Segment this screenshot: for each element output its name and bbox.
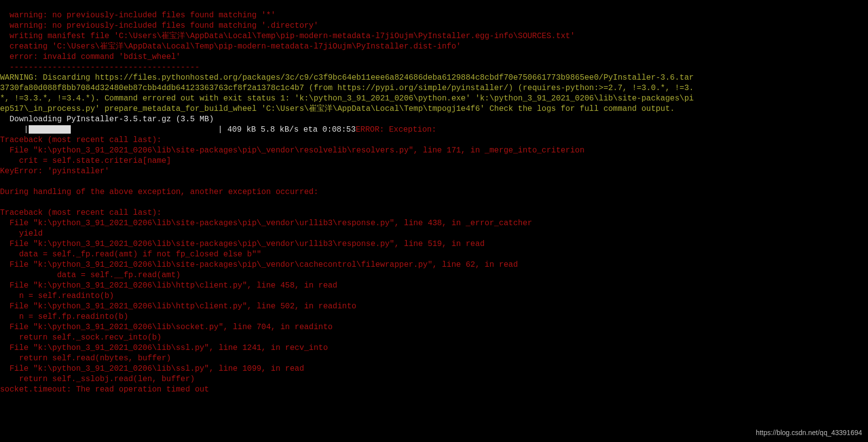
traceback-file: File "k:\python_3_91_2021_0206\lib\site-…: [0, 146, 584, 155]
progress-indent: [0, 125, 24, 134]
blank-line: [0, 198, 5, 207]
progress-row: | | 409 kB 5.8 kB/s eta 0:08:53ERROR: Ex…: [0, 125, 436, 134]
pip-warning-line: 3730fa80d088f8bb7084d32480eb87cbb4ddb641…: [0, 84, 694, 93]
progress-bar-filled: [62, 125, 71, 134]
terminal-output[interactable]: warning: no previously-included files fo…: [0, 0, 868, 395]
pip-warning-line: *, !=3.3.*, !=3.4.*). Command errored ou…: [0, 94, 694, 103]
traceback-header: Traceback (most recent call last):: [0, 136, 161, 145]
traceback-header: Traceback (most recent call last):: [0, 208, 161, 217]
blank-line: [0, 177, 5, 186]
key-error: KeyError: 'pyinstaller': [0, 167, 109, 176]
progress-pipe: |: [218, 125, 223, 134]
traceback-code: data = self._fp.read(amt) if not fp_clos…: [0, 250, 261, 259]
progress-remaining: [71, 125, 218, 134]
traceback-code: return self._sslobj.read(len, buffer): [0, 375, 195, 384]
traceback-file: File "k:\python_3_91_2021_0206\lib\site-…: [0, 260, 518, 269]
traceback-file: File "k:\python_3_91_2021_0206\lib\site-…: [0, 240, 484, 248]
traceback-code: n = self.fp.readinto(b): [0, 312, 128, 321]
build-warning-line: warning: no previously-included files fo…: [0, 11, 276, 20]
traceback-code: yield: [0, 229, 43, 238]
watermark-text: https://blog.csdn.net/qq_43391694: [756, 428, 862, 438]
traceback-code: return self._sock.recv_into(b): [0, 333, 161, 342]
traceback-code: crit = self.state.criteria[name]: [0, 156, 171, 165]
progress-bar-filled: [54, 125, 62, 134]
traceback-file: File "k:\python_3_91_2021_0206\lib\site-…: [0, 219, 532, 228]
build-creating-line: creating 'C:\Users\崔宝洋\AppData\Local\Tem…: [0, 42, 461, 51]
traceback-code: data = self.__fp.read(amt): [0, 271, 181, 280]
error-label: ERROR: Exception:: [356, 125, 436, 134]
download-stats: 409 kB 5.8 kB/s eta 0:08:53: [223, 125, 356, 134]
progress-bar-filled: [46, 125, 54, 134]
traceback-file: File "k:\python_3_91_2021_0206\lib\http\…: [0, 302, 356, 311]
during-handling: During handling of the above exception, …: [0, 188, 318, 196]
pip-warning-line: WARNING: Discarding https://files.python…: [0, 73, 694, 82]
traceback-code: n = self.readinto(b): [0, 292, 114, 300]
build-error-line: error: invalid command 'bdist_wheel': [0, 52, 181, 61]
progress-bar-filled: [29, 125, 37, 134]
build-separator: ----------------------------------------: [0, 63, 199, 72]
traceback-file: File "k:\python_3_91_2021_0206\lib\ssl.p…: [0, 364, 304, 373]
build-manifest-line: writing manifest file 'C:\Users\崔宝洋\AppD…: [0, 32, 575, 41]
socket-timeout: socket.timeout: The read operation timed…: [0, 385, 209, 394]
traceback-file: File "k:\python_3_91_2021_0206\lib\http\…: [0, 281, 338, 290]
download-status: Downloading PyInstaller-3.5.tar.gz (3.5 …: [0, 115, 214, 124]
traceback-file: File "k:\python_3_91_2021_0206\lib\socke…: [0, 323, 333, 332]
build-warning-line: warning: no previously-included files fo…: [0, 21, 318, 30]
progress-bar-filled: [37, 125, 46, 134]
traceback-file: File "k:\python_3_91_2021_0206\lib\ssl.p…: [0, 344, 328, 352]
traceback-code: return self.read(nbytes, buffer): [0, 354, 171, 363]
pip-warning-line: ep517\_in_process.py' prepare_metadata_f…: [0, 104, 675, 113]
progress-pipe: |: [24, 125, 29, 134]
